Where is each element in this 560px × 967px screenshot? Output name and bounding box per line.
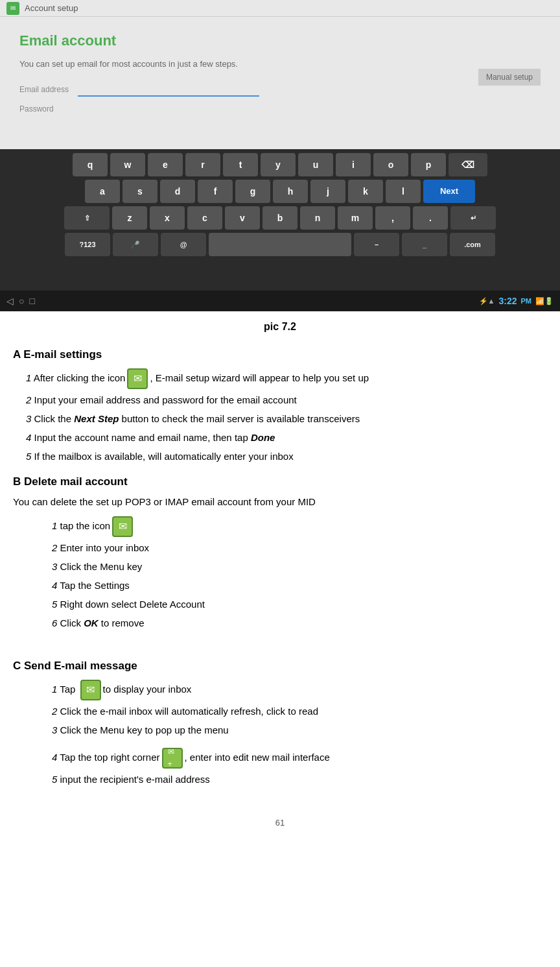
status-right: ⚡▲ 3:22 PM 📶🔋 (479, 294, 554, 308)
key-at[interactable]: @ (161, 233, 206, 256)
key-f[interactable]: f (198, 180, 233, 203)
email-account-subtitle: You can set up email for most accounts i… (19, 58, 541, 71)
key-c[interactable]: c (187, 206, 222, 230)
wifi-icon: 📶🔋 (535, 296, 554, 307)
key-b[interactable]: b (262, 206, 298, 230)
key-d[interactable]: d (160, 180, 195, 203)
email-icon-c1 (80, 680, 101, 700)
section-b-intro: You can delete the set up POP3 or IMAP e… (13, 495, 547, 510)
key-a[interactable]: a (85, 180, 120, 203)
key-r[interactable]: r (185, 153, 220, 176)
key-q[interactable]: q (73, 153, 108, 176)
keyboard-row-3: ⇧ z x c v b n m , . ↵ (3, 206, 557, 230)
key-u[interactable]: u (298, 153, 333, 176)
caption: pic 7.2 (0, 311, 560, 340)
account-setup-header: ✉ Account setup (0, 0, 560, 17)
section-b-item-6: 6 Click OK to remove (13, 615, 547, 631)
key-n[interactable]: n (300, 206, 335, 230)
compose-icon-c4 (162, 748, 183, 769)
next-step-text: Next Step (74, 413, 119, 424)
status-time: 3:22 (498, 294, 517, 308)
section-c-item-3: 3 Click the Menu key to pop up the menu (13, 722, 547, 738)
key-j[interactable]: j (310, 180, 345, 203)
key-h[interactable]: h (273, 180, 308, 203)
password-label: Password (19, 103, 78, 115)
nav-home-icon[interactable]: ○ (19, 294, 24, 308)
status-bar: ◁ ○ □ ⚡▲ 3:22 PM 📶🔋 (0, 291, 560, 311)
email-account-title: Email account (19, 30, 541, 51)
key-dash[interactable]: – (354, 233, 399, 256)
key-o[interactable]: o (373, 153, 408, 176)
key-z[interactable]: z (112, 206, 147, 230)
keyboard-row-1: q w e r t y u i o p ⌫ (3, 153, 557, 176)
key-comma[interactable]: , (375, 206, 410, 230)
key-shift[interactable]: ⇧ (64, 206, 110, 230)
key-mic[interactable]: 🎤 (113, 233, 158, 256)
key-backspace[interactable]: ⌫ (449, 153, 487, 176)
keyboard-row-4: ?123 🎤 @ – _ .com (3, 233, 557, 256)
email-icon-b1 (112, 516, 133, 537)
key-e[interactable]: e (148, 153, 183, 176)
section-a-title: A E-mail settings (13, 346, 547, 363)
key-x[interactable]: x (150, 206, 185, 230)
email-setup-screen: Email account You can set up email for m… (0, 17, 560, 150)
key-m[interactable]: m (338, 206, 373, 230)
key-p[interactable]: p (411, 153, 446, 176)
ok-text: OK (84, 617, 99, 628)
email-icon-a1 (127, 368, 148, 389)
section-a-item-1: 1 After clicking the icon, E-mail setup … (13, 368, 547, 389)
key-g[interactable]: g (235, 180, 270, 203)
section-b-item-1: 1 tap the icon (13, 516, 547, 537)
done-text: Done (251, 432, 275, 443)
key-l[interactable]: l (386, 180, 421, 203)
section-c-item-2: 2 Click the e-mail inbox will automatica… (13, 704, 547, 719)
key-dotcom[interactable]: .com (450, 233, 495, 256)
section-c-item-5: 5 input the recipient's e-mail address (13, 772, 547, 787)
key-underscore[interactable]: _ (402, 233, 447, 256)
account-setup-text: Account setup (25, 2, 78, 15)
section-b-title: B Delete mail account (13, 473, 547, 490)
email-field-row: Email address (19, 82, 541, 97)
nav-recent-icon[interactable]: □ (29, 294, 34, 308)
key-enter[interactable]: ↵ (450, 206, 496, 230)
key-v[interactable]: v (225, 206, 260, 230)
nav-back-icon[interactable]: ◁ (6, 294, 14, 308)
section-a-item-5: 5 If the mailbox is available, will auto… (13, 449, 547, 464)
key-w[interactable]: w (110, 153, 145, 176)
key-num[interactable]: ?123 (65, 233, 110, 256)
main-content: A E-mail settings 1 After clicking the i… (0, 346, 560, 804)
section-c-item-1: 1 Tap to display your inbox (13, 680, 547, 700)
keyboard: q w e r t y u i o p ⌫ a s d f g h j k l … (0, 149, 560, 291)
signal-icon: ⚡▲ (479, 296, 495, 307)
email-label: Email address (19, 84, 78, 95)
section-b-item-4: 4 Tap the Settings (13, 578, 547, 593)
key-next[interactable]: Next (423, 180, 475, 203)
key-i[interactable]: i (336, 153, 371, 176)
section-a-item-2: 2 Input your email address and password … (13, 392, 547, 408)
key-space[interactable] (209, 233, 351, 256)
key-k[interactable]: k (348, 180, 383, 203)
key-y[interactable]: y (261, 153, 296, 176)
page-number: 61 (0, 817, 560, 836)
status-ampm: PM (521, 296, 532, 307)
screenshot-area: ✉ Account setup Email account You can se… (0, 0, 560, 311)
section-a-item-3: 3 Click the Next Step button to check th… (13, 411, 547, 427)
email-input[interactable] (78, 82, 259, 97)
section-c-item-4: 4 Tap the top right corner, enter into e… (13, 748, 547, 769)
section-b-item-3: 3 Click the Menu key (13, 559, 547, 575)
keyboard-row-2: a s d f g h j k l Next (3, 180, 557, 203)
section-c-title: C Send E-mail message (13, 658, 547, 675)
section-b-item-2: 2 Enter into your inbox (13, 540, 547, 556)
key-period[interactable]: . (413, 206, 448, 230)
manual-setup-button[interactable]: Manual setup (478, 69, 541, 86)
status-left-icons: ◁ ○ □ (6, 294, 35, 308)
section-a-item-4: 4 Input the account name and email name,… (13, 430, 547, 446)
key-t[interactable]: t (223, 153, 258, 176)
section-b-item-5: 5 Right down select Delete Account (13, 597, 547, 612)
account-setup-icon: ✉ (6, 2, 19, 15)
password-field-row: Password (19, 103, 541, 115)
key-s[interactable]: s (122, 180, 158, 203)
